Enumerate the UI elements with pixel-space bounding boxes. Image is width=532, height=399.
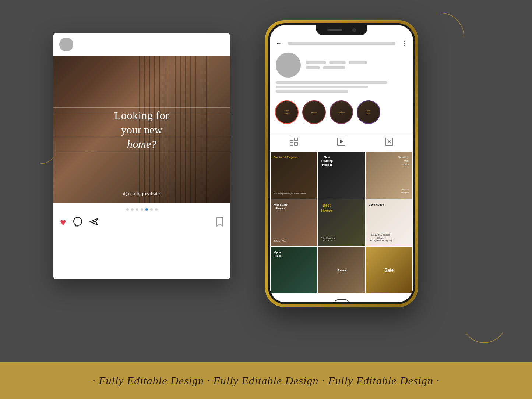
svg-point-0 — [74, 217, 82, 225]
svg-marker-4 — [217, 217, 223, 226]
notch-speaker — [327, 29, 342, 31]
grid-text-5-title: BestHouse — [320, 202, 334, 215]
phone-outer-frame: ← ⋮ — [265, 20, 418, 307]
story-open-house[interactable]: openhouse — [275, 100, 299, 124]
grid-text-4-title: Real EstateService — [272, 202, 289, 212]
grid-text-3-title: Renovateyourspace — [397, 154, 411, 168]
story-text-1: openhouse — [284, 109, 290, 115]
phone-profile-section — [270, 50, 413, 80]
story-news[interactable]: news — [302, 100, 326, 124]
svg-marker-10 — [340, 140, 343, 143]
bio-line-2 — [276, 86, 368, 88]
banner-text-2: · Fully Editable Design — [207, 374, 319, 386]
story-circle-2: news — [302, 100, 326, 124]
phone-back-icon[interactable]: ← — [276, 40, 282, 47]
stat-bar-1 — [306, 61, 326, 64]
svg-rect-5 — [290, 138, 293, 141]
phone-stories: openhouse news review — [270, 97, 413, 127]
grid-text-6-title: Open House — [367, 202, 385, 208]
grid-cell-8[interactable]: House — [318, 247, 365, 293]
phone-stat-row-2 — [306, 66, 407, 69]
phone-username-placeholder — [288, 42, 395, 45]
phone-bottom-bar: + — [270, 295, 413, 302]
grid-text-8-title: House — [335, 266, 348, 274]
dot-6[interactable] — [150, 208, 153, 211]
instagram-post: Looking for your new home? @reallygreats… — [53, 33, 230, 279]
story-circle-4: askme — [357, 100, 380, 124]
comment-icon — [73, 217, 82, 227]
dot-1[interactable] — [126, 208, 129, 211]
stat-bar-4 — [306, 66, 320, 69]
post-header — [53, 33, 230, 56]
grid-text-7-title: OpenHouse — [272, 249, 283, 259]
phone-stat-row-1 — [306, 61, 407, 64]
decorative-arc-top-right — [414, 11, 466, 63]
phone-mockup: ← ⋮ — [265, 20, 418, 307]
phone-profile-stats — [306, 61, 407, 69]
phone-screen: ← ⋮ — [270, 25, 413, 302]
dot-2[interactable] — [131, 208, 134, 211]
phone-content: ← ⋮ — [270, 25, 413, 302]
grid-text-3-sub: We canhelp you. — [399, 186, 411, 196]
phone-menu-icon[interactable]: ⋮ — [401, 40, 407, 47]
grid-cell-4[interactable]: Real EstateService Before / After — [271, 199, 317, 246]
svg-rect-7 — [290, 142, 293, 145]
post-image-text: Looking for your new home? — [114, 108, 169, 151]
grid-text-1-title: Comfort & Elegance — [272, 154, 300, 161]
grid-cell-6[interactable]: Open House Sunday May 20 20203:31 pm123 … — [366, 199, 412, 246]
story-text-4: askme — [367, 109, 370, 115]
svg-rect-8 — [295, 142, 297, 145]
phone-bio-lines — [270, 80, 413, 97]
stat-bar-2 — [329, 61, 346, 64]
comment-button[interactable] — [73, 217, 82, 228]
tagged-icon — [385, 138, 393, 146]
video-icon — [337, 138, 345, 146]
post-dots — [53, 203, 230, 214]
grid-cell-2[interactable]: NewHousingProject — [318, 152, 365, 199]
tab-video[interactable] — [336, 136, 347, 149]
story-ask-me[interactable]: askme — [357, 100, 380, 124]
grid-cell-1[interactable]: Comfort & Elegance We help you find your… — [271, 152, 317, 199]
grid-cell-3[interactable]: Renovateyourspace We canhelp you. — [366, 152, 412, 199]
grid-cell-5[interactable]: BestHouse Price Starting at$2,234,967 — [318, 199, 365, 246]
image-line-bottom — [53, 152, 230, 152]
banner-text: · Fully Editable Design · Fully Editable… — [92, 374, 440, 387]
bookmark-icon — [216, 217, 223, 227]
stat-bar-5 — [323, 66, 345, 69]
phone-add-button[interactable]: + — [334, 299, 349, 302]
decorative-arc-bottom-right — [462, 329, 506, 359]
phone-profile-avatar — [276, 53, 301, 78]
dot-5-active[interactable] — [145, 208, 148, 211]
svg-rect-6 — [295, 138, 297, 141]
story-text-3: review — [338, 111, 345, 114]
tab-grid[interactable] — [288, 136, 299, 149]
phone-notch — [316, 25, 367, 35]
like-button[interactable]: ♥ — [60, 217, 66, 228]
post-text-line3: home? — [114, 137, 169, 151]
grid-text-9-title: Sale — [383, 266, 395, 275]
grid-cell-7[interactable]: OpenHouse — [271, 247, 317, 293]
post-username: @reallygreatsite — [123, 191, 161, 196]
post-text-line1: Looking for — [114, 108, 169, 122]
bio-line-3 — [276, 90, 348, 93]
bookmark-button[interactable] — [216, 217, 223, 228]
notch-camera — [352, 28, 356, 32]
grid-text-4-sub: Before / After — [272, 238, 288, 244]
bio-line-1 — [276, 81, 387, 84]
grid-text-1-sub: We help you find your new home — [272, 190, 307, 196]
phone-grid: Comfort & Elegance We help you find your… — [270, 152, 413, 293]
stat-bar-3 — [349, 61, 367, 64]
dot-7[interactable] — [155, 208, 158, 211]
grid-cell-9[interactable]: Sale — [366, 247, 412, 293]
post-image: Looking for your new home? @reallygreats… — [53, 56, 230, 203]
tab-tagged[interactable] — [384, 136, 395, 149]
dot-4[interactable] — [141, 208, 143, 211]
dot-3[interactable] — [136, 208, 138, 211]
story-circle-3: review — [330, 100, 353, 124]
svg-marker-1 — [75, 225, 78, 227]
story-review[interactable]: review — [330, 100, 353, 124]
send-icon — [89, 217, 99, 227]
phone-top-bar: ← ⋮ — [270, 37, 413, 50]
send-button[interactable] — [89, 217, 99, 228]
story-text-2: news — [311, 111, 317, 114]
